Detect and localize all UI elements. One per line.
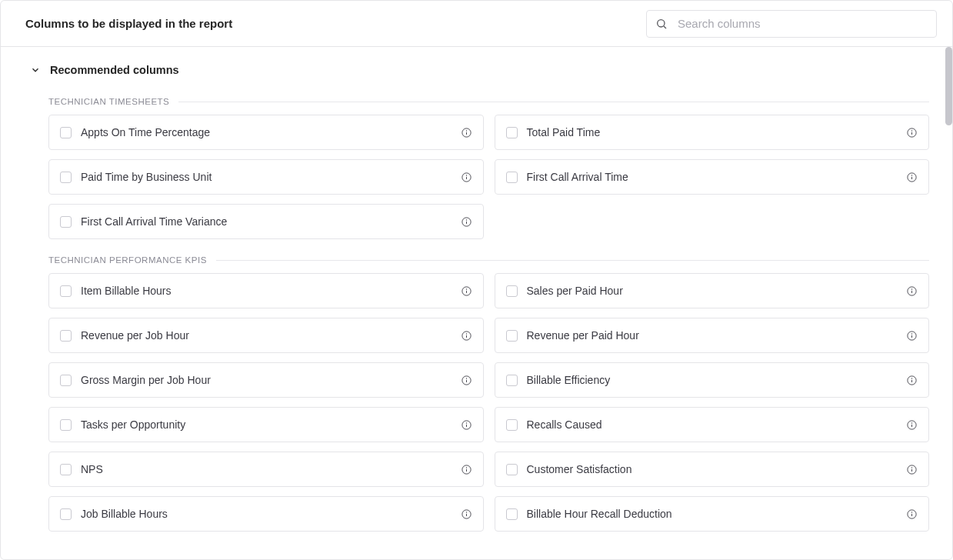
checkbox[interactable] [506,464,518,475]
column-label: Total Paid Time [527,126,898,138]
section-title: Recommended columns [50,64,179,76]
column-label: First Call Arrival Time [527,171,898,183]
column-option[interactable]: Paid Time by Business Unit [48,159,484,195]
column-grid: Appts On Time Percentage Total Paid Time… [48,115,929,239]
section-header[interactable]: Recommended columns [1,47,952,85]
column-option[interactable]: Sales per Paid Hour [495,273,930,308]
checkbox[interactable] [60,216,72,228]
column-grid: Item Billable Hours Sales per Paid Hour … [48,273,929,532]
svg-point-7 [911,130,912,131]
group-divider [216,260,929,261]
group-divider [178,102,929,102]
info-icon[interactable] [906,172,918,183]
info-icon[interactable] [906,127,918,138]
search-wrapper [646,10,937,38]
group-label: TECHNICIAN PERFORMANCE KPIS [48,255,216,265]
column-option[interactable]: Item Billable Hours [48,273,484,308]
column-label: NPS [81,463,452,475]
svg-point-22 [911,288,912,289]
svg-point-43 [466,467,467,468]
column-label: Tasks per Opportunity [81,418,452,431]
checkbox[interactable] [506,419,518,431]
column-option[interactable]: Job Billable Hours [48,496,484,532]
group-label: TECHNICIAN TIMESHEETS [48,97,178,106]
info-icon[interactable] [461,419,472,431]
svg-point-0 [658,19,665,26]
info-icon[interactable] [461,330,472,342]
info-icon[interactable] [461,508,472,520]
column-option[interactable]: Customer Satisfaction [495,452,930,487]
checkbox[interactable] [506,127,518,138]
columns-panel: Columns to be displayed in the report Re… [0,0,953,560]
column-label: Job Billable Hours [81,508,452,520]
column-label: Gross Margin per Job Hour [81,374,452,386]
checkbox[interactable] [506,508,518,520]
column-label: Item Billable Hours [81,285,452,297]
svg-point-4 [466,130,467,131]
checkbox[interactable] [60,508,72,520]
svg-point-13 [911,175,912,175]
column-label: Paid Time by Business Unit [81,171,452,183]
svg-point-25 [466,333,467,334]
info-icon[interactable] [906,464,918,475]
column-option[interactable]: Total Paid Time [495,115,930,150]
checkbox[interactable] [60,419,72,431]
svg-point-16 [466,219,467,220]
column-label: Appts On Time Percentage [81,126,452,138]
svg-line-1 [664,26,666,28]
column-label: Sales per Paid Hour [527,285,898,297]
svg-point-28 [911,333,912,334]
info-icon[interactable] [906,508,918,520]
svg-point-49 [466,512,467,512]
info-icon[interactable] [461,216,472,228]
checkbox[interactable] [60,127,72,138]
scrollbar-thumb[interactable] [945,47,952,125]
column-group: TECHNICIAN PERFORMANCE KPIS Item Billabl… [1,255,952,536]
chevron-down-icon [30,65,41,75]
info-icon[interactable] [906,330,918,342]
info-icon[interactable] [461,127,472,138]
info-icon[interactable] [461,375,472,386]
svg-point-19 [466,288,467,289]
column-option[interactable]: Recalls Caused [495,407,930,442]
checkbox[interactable] [60,172,72,183]
checkbox[interactable] [506,375,518,386]
info-icon[interactable] [461,464,472,475]
info-icon[interactable] [461,285,472,297]
column-option[interactable]: Revenue per Job Hour [48,318,484,353]
info-icon[interactable] [906,285,918,297]
info-icon[interactable] [906,375,918,386]
info-icon[interactable] [906,419,918,431]
column-label: Billable Efficiency [527,374,898,386]
column-option[interactable]: Tasks per Opportunity [48,407,484,442]
panel-header: Columns to be displayed in the report [1,1,952,47]
column-label: Billable Hour Recall Deduction [527,508,898,520]
column-label: First Call Arrival Time Variance [81,215,452,228]
column-option-empty [495,204,930,239]
checkbox[interactable] [506,285,518,297]
group-label-row: TECHNICIAN TIMESHEETS [48,96,929,107]
svg-point-40 [911,422,912,423]
checkbox[interactable] [60,285,72,297]
column-option[interactable]: Appts On Time Percentage [48,115,484,150]
checkbox[interactable] [60,464,72,475]
column-label: Customer Satisfaction [527,463,898,475]
column-option[interactable]: First Call Arrival Time Variance [48,204,484,239]
column-option[interactable]: Billable Efficiency [495,362,930,398]
checkbox[interactable] [60,330,72,342]
panel-body[interactable]: Recommended columns TECHNICIAN TIMESHEET… [1,47,952,559]
svg-point-31 [466,378,467,378]
group-label-row: TECHNICIAN PERFORMANCE KPIS [48,255,929,265]
column-option[interactable]: Revenue per Paid Hour [495,318,930,353]
column-option[interactable]: First Call Arrival Time [495,159,930,195]
checkbox[interactable] [60,375,72,386]
column-option[interactable]: Gross Margin per Job Hour [48,362,484,398]
info-icon[interactable] [461,172,472,183]
column-option[interactable]: Billable Hour Recall Deduction [495,496,930,532]
column-label: Revenue per Paid Hour [527,329,898,342]
column-option[interactable]: NPS [48,452,484,487]
checkbox[interactable] [506,172,518,183]
svg-point-34 [911,378,912,378]
search-input[interactable] [646,10,937,38]
checkbox[interactable] [506,330,518,342]
